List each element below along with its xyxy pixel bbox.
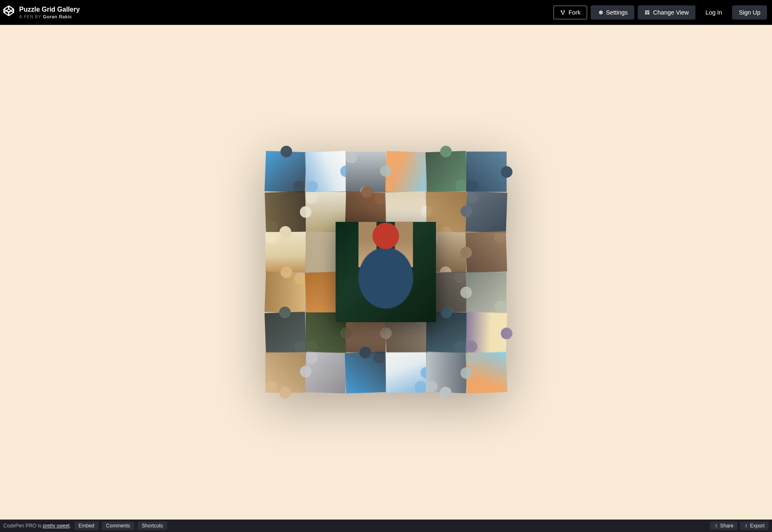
- puzzle-piece[interactable]: [386, 352, 426, 393]
- fork-label: Fork: [569, 9, 581, 16]
- export-label: Export: [750, 523, 765, 529]
- comments-button[interactable]: Comments: [102, 522, 134, 530]
- pen-title: Puzzle Grid Gallery: [19, 5, 80, 13]
- login-button[interactable]: Log In: [699, 5, 729, 20]
- puzzle-piece[interactable]: [345, 352, 387, 394]
- gear-icon: [597, 10, 603, 15]
- promo-prefix: CodePen PRO is: [3, 523, 43, 529]
- signup-label: Sign Up: [739, 9, 760, 16]
- byline-prefix: A PEN BY: [19, 15, 41, 19]
- signup-button[interactable]: Sign Up: [732, 5, 767, 20]
- author-link[interactable]: Goran Rakic: [43, 14, 72, 19]
- codepen-logo-icon: [3, 5, 14, 16]
- puzzle-piece-center[interactable]: [336, 222, 436, 323]
- change-view-button[interactable]: Change View: [638, 5, 695, 20]
- export-icon: [744, 524, 748, 528]
- pro-promo: CodePen PRO is pretty sweet.: [3, 523, 71, 529]
- export-button[interactable]: Export: [740, 522, 769, 530]
- app-footer: CodePen PRO is pretty sweet. Embed Comme…: [0, 520, 772, 532]
- puzzle-piece[interactable]: [466, 272, 507, 313]
- header-left: Puzzle Grid Gallery A PEN BY Goran Rakic: [3, 5, 80, 19]
- puzzle-piece[interactable]: [305, 151, 346, 192]
- login-label: Log In: [705, 9, 722, 16]
- puzzle-piece[interactable]: [466, 232, 507, 273]
- share-label: Share: [720, 523, 733, 529]
- settings-button[interactable]: Settings: [591, 5, 634, 20]
- puzzle-piece[interactable]: [426, 151, 467, 192]
- puzzle-piece[interactable]: [265, 312, 306, 353]
- pen-title-block: Puzzle Grid Gallery A PEN BY Goran Rakic: [19, 5, 80, 19]
- promo-suffix: .: [69, 523, 71, 529]
- layout-icon: [644, 10, 650, 15]
- puzzle-grid: [265, 152, 507, 393]
- pen-preview: [0, 25, 772, 520]
- pen-byline: A PEN BY Goran Rakic: [19, 14, 80, 19]
- puzzle-piece[interactable]: [305, 352, 346, 394]
- puzzle-piece[interactable]: [466, 191, 507, 233]
- puzzle-piece[interactable]: [265, 352, 306, 393]
- promo-highlight[interactable]: pretty sweet: [43, 523, 70, 529]
- settings-label: Settings: [606, 9, 628, 16]
- footer-left: CodePen PRO is pretty sweet. Embed Comme…: [3, 522, 167, 530]
- fork-icon: [560, 10, 566, 15]
- footer-right: Share Export: [710, 522, 769, 530]
- shortcuts-button[interactable]: Shortcuts: [138, 522, 167, 530]
- fork-button[interactable]: Fork: [553, 5, 587, 20]
- app-header: Puzzle Grid Gallery A PEN BY Goran Rakic…: [0, 0, 772, 25]
- puzzle-piece[interactable]: [385, 151, 427, 192]
- embed-label: Embed: [79, 523, 94, 529]
- puzzle-piece[interactable]: [466, 312, 507, 353]
- share-button[interactable]: Share: [710, 522, 737, 530]
- header-right: Fork Settings Change View Log In Sign Up: [553, 5, 767, 20]
- shortcuts-label: Shortcuts: [142, 523, 163, 529]
- embed-button[interactable]: Embed: [74, 522, 99, 530]
- puzzle-piece[interactable]: [466, 352, 507, 394]
- change-view-label: Change View: [653, 9, 689, 16]
- puzzle-piece[interactable]: [265, 151, 306, 192]
- puzzle-piece[interactable]: [466, 152, 507, 192]
- comments-label: Comments: [106, 523, 130, 529]
- share-icon: [714, 524, 718, 528]
- puzzle-grid-gallery: [265, 152, 507, 393]
- codepen-logo[interactable]: [3, 5, 14, 18]
